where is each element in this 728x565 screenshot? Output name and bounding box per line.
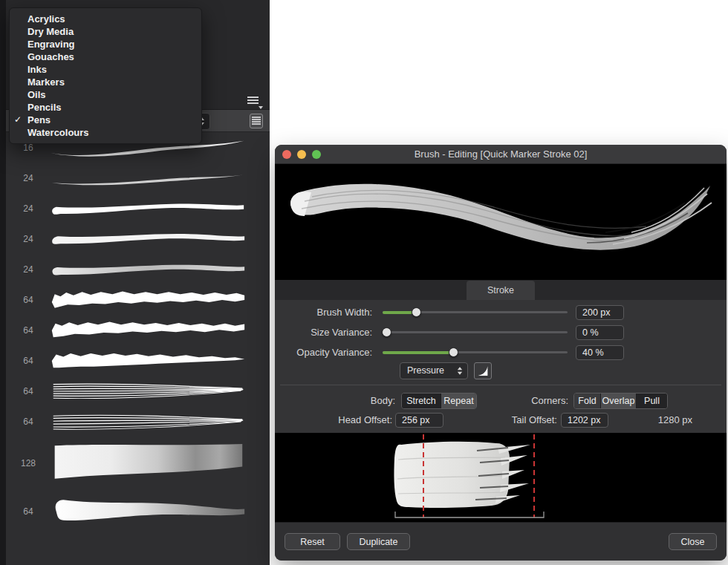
dialog-footer: Reset Duplicate Close: [275, 522, 727, 561]
brushes-panel: 1624242424646464646412864 AcrylicsDry Me…: [0, 0, 270, 565]
slider-row-brush-width: Brush Width:200 px: [275, 302, 727, 322]
brush-thumbnail: [46, 440, 248, 488]
brush-item[interactable]: 64: [6, 284, 270, 315]
menu-item-dry-media[interactable]: Dry Media: [10, 25, 201, 38]
minimize-window-icon[interactable]: [297, 150, 306, 159]
menu-item-label: Watercolours: [27, 127, 89, 138]
slider-value-input[interactable]: 200 px: [576, 305, 624, 320]
brush-editing-dialog: Brush - Editing [Quick Marker Stroke 02]: [275, 145, 727, 561]
segment-pull[interactable]: Pull: [636, 393, 667, 408]
brush-item[interactable]: 64: [6, 406, 270, 437]
brush-thumbnail: [46, 348, 248, 373]
menu-item-label: Pencils: [27, 102, 62, 113]
reset-button[interactable]: Reset: [285, 533, 340, 550]
brush-size-label: 64: [13, 386, 43, 396]
tab-bar: Stroke: [275, 280, 727, 300]
controller-row: Pressure: [275, 362, 727, 380]
menu-item-label: Oils: [27, 89, 46, 100]
brush-size-label: 24: [13, 203, 43, 214]
segment-overlap[interactable]: Overlap: [600, 393, 636, 408]
brush-item[interactable]: 128: [6, 437, 270, 490]
chevron-down-icon: [259, 106, 263, 109]
brush-item[interactable]: 64: [6, 345, 270, 376]
menu-item-pens[interactable]: ✓Pens: [10, 114, 201, 126]
brush-item[interactable]: 64: [6, 376, 270, 406]
slider-row-size-variance: Size Variance:0 %: [275, 322, 727, 342]
slider-label: Size Variance:: [275, 327, 377, 338]
brush-item[interactable]: 64: [6, 490, 270, 533]
body-segmented-control: StretchRepeat: [401, 393, 477, 409]
brush-item[interactable]: 24: [6, 223, 270, 254]
segment-fold[interactable]: Fold: [574, 393, 600, 408]
list-view-icon[interactable]: [250, 114, 263, 128]
head-offset-input[interactable]: 256 px: [395, 413, 443, 428]
menu-item-acrylics[interactable]: Acrylics: [10, 13, 201, 25]
brush-item[interactable]: 24: [6, 193, 270, 223]
slider-rows: Brush Width:200 pxSize Variance:0 %Opaci…: [275, 302, 727, 362]
menu-item-label: Acrylics: [27, 13, 65, 25]
slider-thumb[interactable]: [412, 307, 421, 317]
stroke-preview: [275, 164, 727, 280]
menu-item-oils[interactable]: Oils: [10, 88, 201, 101]
menu-item-engraving[interactable]: Engraving: [10, 38, 201, 50]
duplicate-button[interactable]: Duplicate: [347, 533, 410, 550]
brush-size-label: 64: [13, 325, 43, 336]
head-offset-label: Head Offset:: [275, 413, 392, 428]
brush-thumbnail: [46, 196, 248, 221]
menu-item-label: Gouaches: [27, 51, 74, 62]
controller-dropdown[interactable]: Pressure: [400, 362, 468, 379]
menu-item-label: Pens: [27, 114, 51, 125]
brush-thumbnail: [46, 493, 248, 531]
segment-stretch[interactable]: Stretch: [402, 393, 441, 408]
brush-item[interactable]: 24: [6, 163, 270, 193]
menu-item-markers[interactable]: Markers: [10, 76, 201, 88]
slider-value-input[interactable]: 40 %: [576, 345, 624, 360]
brush-size-label: 24: [13, 173, 43, 183]
brush-item[interactable]: 64: [6, 315, 270, 345]
tail-offset-input[interactable]: 1202 px: [561, 413, 608, 428]
menu-item-label: Engraving: [27, 39, 75, 50]
brush-size-label: 64: [13, 417, 43, 427]
pressure-profile-button[interactable]: [474, 362, 492, 379]
slider-track[interactable]: [383, 347, 568, 357]
dialog-titlebar[interactable]: Brush - Editing [Quick Marker Stroke 02]: [275, 145, 727, 164]
slider-label: Opacity Variance:: [275, 347, 377, 358]
slider-value-input[interactable]: 0 %: [576, 325, 624, 340]
menu-item-watercolours[interactable]: Watercolours: [10, 126, 201, 139]
menu-item-label: Inks: [27, 64, 47, 75]
slider-fill: [383, 351, 453, 354]
segment-repeat[interactable]: Repeat: [441, 393, 476, 408]
slider-row-opacity-variance: Opacity Variance:40 %: [275, 342, 727, 362]
close-window-icon[interactable]: [282, 150, 291, 159]
dialog-title: Brush - Editing [Quick Marker Stroke 02]: [275, 145, 727, 164]
close-button[interactable]: Close: [669, 533, 717, 550]
zoom-window-icon[interactable]: [312, 150, 321, 159]
slider-thumb[interactable]: [382, 327, 391, 337]
slider-track[interactable]: [383, 327, 568, 337]
slider-track[interactable]: [383, 307, 568, 317]
menu-item-label: Markers: [27, 76, 65, 88]
controller-value: Pressure: [407, 365, 444, 376]
offsets-row: Head Offset: 256 px Tail Offset: 1202 px…: [275, 413, 727, 428]
nozzle-total-width: 1280 px: [658, 413, 692, 428]
stroke-settings-pane: Brush Width:200 pxSize Variance:0 %Opaci…: [275, 300, 727, 433]
menu-item-pencils[interactable]: Pencils: [10, 101, 201, 114]
ramp-curve-icon: [476, 365, 490, 377]
brush-list: 1624242424646464646412864: [6, 132, 270, 565]
slider-thumb[interactable]: [449, 347, 458, 357]
section-divider: [280, 385, 721, 385]
brush-size-label: 64: [13, 506, 43, 517]
brush-size-label: 64: [13, 295, 43, 305]
tail-offset-label: Tail Offset:: [443, 413, 557, 428]
menu-item-gouaches[interactable]: Gouaches: [10, 50, 201, 63]
brush-thumbnail: [46, 257, 248, 282]
brush-thumbnail: [46, 379, 248, 404]
brush-item[interactable]: 24: [6, 254, 270, 284]
tab-stroke[interactable]: Stroke: [467, 281, 535, 300]
nozzle-width-bracket: [395, 512, 544, 517]
menu-item-inks[interactable]: Inks: [10, 63, 201, 76]
brush-size-label: 64: [13, 356, 43, 366]
panel-menu-icon[interactable]: [247, 97, 262, 108]
screenshot-root: 1624242424646464646412864 AcrylicsDry Me…: [0, 0, 728, 565]
checkmark-icon: ✓: [14, 114, 26, 126]
